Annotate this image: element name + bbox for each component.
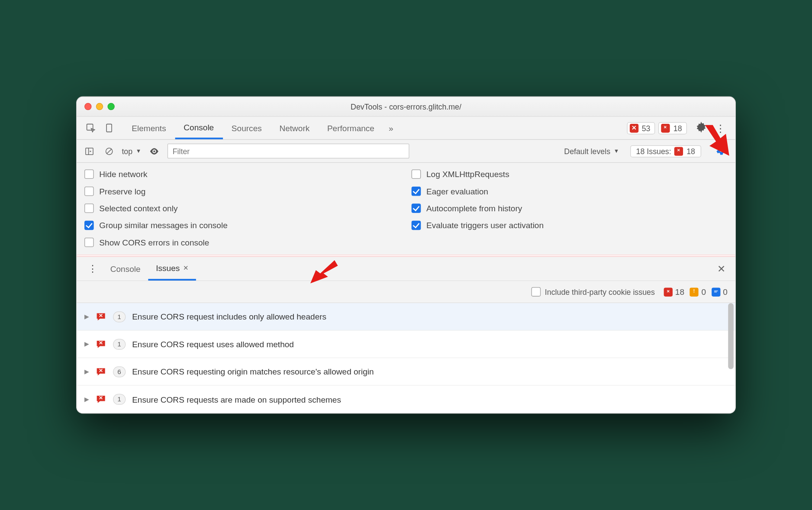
svg-text:✕: ✕ xyxy=(664,125,667,129)
checkbox-icon xyxy=(84,170,94,179)
speech-error-icon: ✕ xyxy=(95,366,106,377)
error-icon: ✕ xyxy=(630,123,638,132)
tab-console[interactable]: Console xyxy=(175,117,223,139)
show-console-sidebar-icon[interactable] xyxy=(82,144,97,158)
checkbox-group-similar[interactable]: Group similar messages in console xyxy=(84,221,400,230)
issue-row[interactable]: ▶ ✕ 1 Ensure CORS requests are made on s… xyxy=(77,386,735,413)
tab-network[interactable]: Network xyxy=(271,117,319,139)
filter-input[interactable] xyxy=(168,144,409,158)
issue-count-badge: 1 xyxy=(113,394,126,405)
checkbox-icon xyxy=(412,187,421,196)
issue-title: Ensure CORS requesting origin matches re… xyxy=(132,367,374,376)
error-count-badge[interactable]: ✕ 53 xyxy=(627,122,655,134)
checkbox-third-party-cookies[interactable]: Include third-party cookie issues xyxy=(531,287,655,297)
svg-line-7 xyxy=(106,148,111,153)
svg-text:!: ! xyxy=(693,289,695,294)
svg-rect-13 xyxy=(714,291,717,292)
chevron-down-icon: ▼ xyxy=(614,148,619,154)
checkbox-icon xyxy=(84,203,94,213)
chevron-down-icon: ▼ xyxy=(136,148,142,154)
issues-warning-count[interactable]: ! 0 xyxy=(690,287,706,297)
checkbox-icon xyxy=(84,221,94,230)
context-selector[interactable]: top ▼ xyxy=(122,147,141,155)
issues-error-count[interactable]: ✕ 18 xyxy=(664,287,684,297)
drawer-tab-issues[interactable]: Issues ✕ xyxy=(148,257,196,281)
svg-rect-1 xyxy=(106,124,112,132)
speech-error-icon: ✕ xyxy=(95,311,106,322)
issue-row[interactable]: ▶ ✕ 1 Ensure CORS request includes only … xyxy=(77,303,735,331)
more-tabs-button[interactable]: » xyxy=(383,123,399,133)
issue-title: Ensure CORS request includes only allowe… xyxy=(132,312,326,321)
gear-icon[interactable] xyxy=(693,122,710,134)
scrollbar[interactable] xyxy=(728,303,734,413)
main-tabstrip: Elements Console Sources Network Perform… xyxy=(77,117,735,140)
drawer-kebab-icon[interactable]: ⋮ xyxy=(82,263,103,274)
svg-rect-5 xyxy=(86,148,93,154)
checkbox-preserve-log[interactable]: Preserve log xyxy=(84,187,400,196)
close-tab-icon[interactable]: ✕ xyxy=(183,264,189,272)
scrollbar-thumb[interactable] xyxy=(728,303,734,369)
message-count-badge[interactable]: ✕ 18 xyxy=(658,122,687,134)
device-toolbar-icon[interactable] xyxy=(100,119,119,136)
checkbox-autocomplete-history[interactable]: Autocomplete from history xyxy=(412,203,728,213)
svg-text:✕: ✕ xyxy=(677,148,680,152)
svg-rect-12 xyxy=(714,291,718,291)
checkbox-log-xhr[interactable]: Log XMLHttpRequests xyxy=(412,170,728,179)
disclosure-triangle-icon[interactable]: ▶ xyxy=(84,313,89,320)
checkbox-icon xyxy=(84,187,94,196)
checkbox-icon xyxy=(531,287,541,297)
checkbox-icon xyxy=(84,238,94,247)
issues-toolbar: Include third-party cookie issues ✕ 18 !… xyxy=(77,281,735,303)
svg-text:✕: ✕ xyxy=(99,340,103,345)
console-toolbar: top ▼ Default levels ▼ 18 Issues: ✕ 18 xyxy=(77,140,735,163)
tab-performance[interactable]: Performance xyxy=(319,117,383,139)
checkbox-icon xyxy=(412,221,421,230)
checkbox-icon xyxy=(412,203,421,213)
issue-count-badge: 1 xyxy=(113,311,126,322)
issues-counter[interactable]: 18 Issues: ✕ 18 xyxy=(630,145,701,157)
svg-point-8 xyxy=(154,150,155,152)
checkbox-selected-context[interactable]: Selected context only xyxy=(84,203,400,213)
clear-console-icon[interactable] xyxy=(102,144,116,158)
disclosure-triangle-icon[interactable]: ▶ xyxy=(84,340,89,348)
svg-text:✕: ✕ xyxy=(99,395,103,400)
kebab-menu-icon[interactable]: ⋮ xyxy=(710,122,731,134)
issue-row[interactable]: ▶ ✕ 6 Ensure CORS requesting origin matc… xyxy=(77,358,735,386)
tab-elements[interactable]: Elements xyxy=(123,117,175,139)
live-expression-icon[interactable] xyxy=(147,143,162,159)
svg-text:✕: ✕ xyxy=(99,367,103,373)
issue-count-badge: 6 xyxy=(113,366,126,377)
checkbox-show-cors-errors[interactable]: Show CORS errors in console xyxy=(84,238,400,247)
issue-title: Ensure CORS request uses allowed method xyxy=(132,339,294,349)
svg-text:✕: ✕ xyxy=(99,312,103,318)
issue-title: Ensure CORS requests are made on support… xyxy=(132,395,341,404)
speech-error-icon: ✕ xyxy=(674,147,683,155)
checkbox-hide-network[interactable]: Hide network xyxy=(84,170,400,179)
svg-rect-0 xyxy=(87,124,93,130)
disclosure-triangle-icon[interactable]: ▶ xyxy=(84,396,89,403)
checkbox-icon xyxy=(412,170,421,179)
checkbox-evaluate-triggers[interactable]: Evaluate triggers user activation xyxy=(412,221,728,230)
speech-error-icon: ✕ xyxy=(95,394,106,405)
svg-text:✕: ✕ xyxy=(666,289,670,293)
tab-sources[interactable]: Sources xyxy=(223,117,271,139)
log-levels-select[interactable]: Default levels ▼ xyxy=(564,147,619,155)
console-settings-panel: Hide network Log XMLHttpRequests Preserv… xyxy=(77,163,735,255)
speech-info-icon xyxy=(712,287,720,296)
checkbox-eager-eval[interactable]: Eager evaluation xyxy=(412,187,728,196)
drawer-tab-console[interactable]: Console xyxy=(103,257,148,281)
speech-error-icon: ✕ xyxy=(661,123,670,132)
titlebar: DevTools - cors-errors.glitch.me/ xyxy=(77,97,735,117)
inspect-element-icon[interactable] xyxy=(81,119,100,136)
issues-info-count[interactable]: 0 xyxy=(712,287,728,297)
speech-error-icon: ✕ xyxy=(95,339,106,349)
issue-count-badge: 1 xyxy=(113,339,126,349)
issue-row[interactable]: ▶ ✕ 1 Ensure CORS request uses allowed m… xyxy=(77,331,735,358)
drawer-tabstrip: ⋮ Console Issues ✕ ✕ xyxy=(77,257,735,281)
console-settings-gear-icon[interactable] xyxy=(713,142,730,160)
disclosure-triangle-icon[interactable]: ▶ xyxy=(84,368,89,375)
devtools-window: DevTools - cors-errors.glitch.me/ Elemen… xyxy=(76,97,736,414)
speech-error-icon: ✕ xyxy=(664,287,672,296)
speech-warning-icon: ! xyxy=(690,287,699,296)
close-drawer-icon[interactable]: ✕ xyxy=(713,263,730,275)
